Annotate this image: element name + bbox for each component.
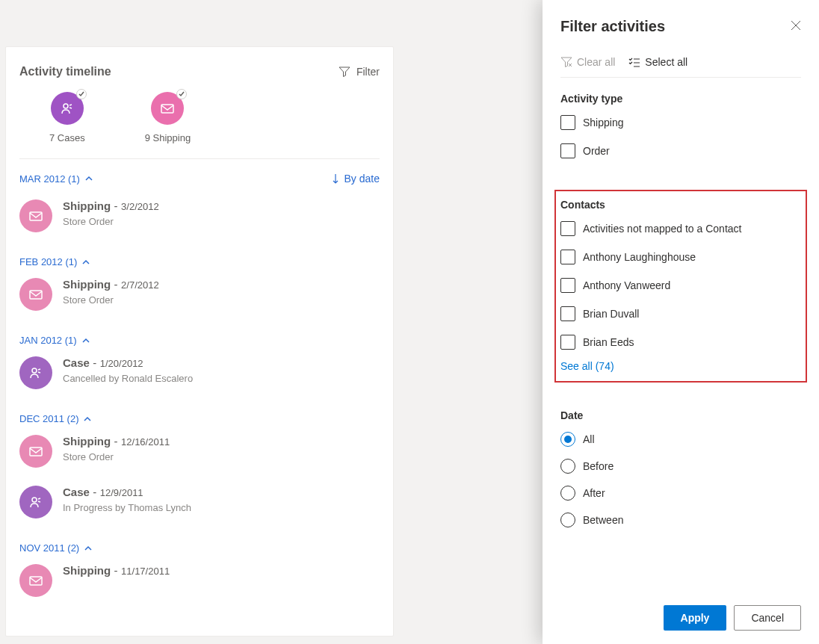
radio-icon	[560, 459, 575, 474]
summary-shipping[interactable]: 9 Shipping	[145, 92, 191, 143]
filter-button[interactable]: Filter	[339, 66, 380, 78]
item-date: 11/17/2011	[121, 566, 170, 577]
group-header[interactable]: NOV 2011 (2)	[19, 542, 380, 554]
date-header: Date	[560, 409, 801, 421]
option-label: All	[583, 433, 595, 445]
option-label: Brian Duvall	[583, 308, 639, 320]
date-option[interactable]: After	[560, 486, 801, 501]
svg-rect-1	[161, 105, 173, 113]
chevron-up-icon	[81, 258, 90, 267]
see-all-contacts[interactable]: See all (74)	[560, 360, 801, 372]
item-subtitle: Store Order	[63, 451, 170, 462]
contact-option[interactable]: Activities not mapped to a Contact	[560, 221, 801, 236]
radio-icon	[560, 513, 575, 527]
date-section: Date AllBeforeAfterBetween	[560, 409, 801, 539]
checklist-icon	[628, 56, 640, 68]
cancel-button[interactable]: Cancel	[734, 605, 801, 631]
timeline-item[interactable]: Shipping - 3/2/2012Store Order	[19, 195, 380, 246]
option-label: Anthony Vanweerd	[583, 279, 670, 291]
option-label: Activities not mapped to a Contact	[583, 223, 741, 235]
checkbox-icon	[560, 115, 575, 130]
option-label: After	[583, 487, 605, 499]
case-icon	[51, 92, 84, 125]
filter-panel: Filter activities Clear all Select all A…	[543, 0, 819, 644]
check-icon	[76, 89, 87, 99]
chevron-up-icon	[84, 174, 93, 183]
timeline-title: Activity timeline	[19, 65, 111, 78]
contact-option[interactable]: Anthony Vanweerd	[560, 278, 801, 293]
panel-footer: Apply Cancel	[560, 595, 801, 644]
timeline-item[interactable]: Shipping - 12/16/2011Store Order	[19, 430, 380, 481]
panel-title: Filter activities	[560, 18, 665, 35]
item-date: 3/2/2012	[121, 201, 159, 212]
timeline-item[interactable]: Shipping - 11/17/2011	[19, 560, 380, 610]
shipping-icon	[19, 564, 52, 597]
svg-rect-7	[30, 577, 42, 585]
option-label: Anthony Laughinghouse	[583, 251, 696, 263]
group-header[interactable]: JAN 2012 (1)	[19, 335, 380, 346]
funnel-clear-icon	[560, 56, 572, 68]
svg-point-4	[32, 368, 37, 373]
checkbox-icon	[560, 278, 575, 293]
checkbox-icon	[560, 335, 575, 350]
svg-point-0	[64, 104, 68, 108]
funnel-icon	[339, 66, 350, 78]
item-date: 2/7/2012	[121, 279, 159, 291]
item-title: Shipping	[63, 199, 111, 212]
activity-type-option[interactable]: Order	[560, 143, 801, 158]
filter-label: Filter	[356, 66, 380, 78]
sort-by-date[interactable]: By date	[331, 173, 380, 185]
summary-shipping-label: 9 Shipping	[145, 132, 191, 143]
group-header-0[interactable]: MAR 2012 (1)	[19, 173, 93, 185]
sort-row: MAR 2012 (1) By date	[19, 173, 380, 185]
contact-option[interactable]: Brian Duvall	[560, 306, 801, 321]
svg-rect-3	[30, 291, 42, 299]
timeline-item[interactable]: Case - 12/9/2011In Progress by Thomas Ly…	[19, 481, 380, 532]
date-option[interactable]: Before	[560, 459, 801, 474]
contact-option[interactable]: Brian Eeds	[560, 335, 801, 350]
activity-type-option[interactable]: Shipping	[560, 115, 801, 130]
close-icon	[791, 20, 801, 31]
timeline-item[interactable]: Case - 1/20/2012Cancelled by Ronald Esca…	[19, 352, 380, 403]
activity-timeline-card: Activity timeline Filter 7 Cases 9 Shipp…	[5, 46, 394, 637]
radio-icon	[560, 432, 575, 447]
group-header[interactable]: DEC 2011 (2)	[19, 413, 380, 424]
chevron-up-icon	[84, 544, 93, 553]
contacts-highlight: Contacts Activities not mapped to a Cont…	[554, 190, 807, 383]
close-button[interactable]	[791, 20, 801, 33]
clear-all-button[interactable]: Clear all	[560, 56, 615, 68]
shipping-icon	[19, 199, 52, 232]
summary-row: 7 Cases 9 Shipping	[19, 92, 380, 159]
arrow-down-icon	[331, 173, 340, 184]
case-icon	[19, 486, 52, 518]
radio-icon	[560, 486, 575, 501]
group-header[interactable]: FEB 2012 (1)	[19, 256, 380, 267]
chevron-up-icon	[83, 415, 92, 424]
item-title: Shipping	[63, 278, 111, 291]
timeline-item[interactable]: Shipping - 2/7/2012Store Order	[19, 273, 380, 324]
item-title: Case	[63, 486, 90, 498]
checkbox-icon	[560, 143, 575, 158]
contacts-header: Contacts	[560, 199, 801, 211]
item-subtitle: Store Order	[63, 294, 159, 306]
date-option[interactable]: Between	[560, 513, 801, 527]
item-date: 1/20/2012	[100, 358, 143, 369]
apply-button[interactable]: Apply	[664, 605, 727, 631]
summary-cases[interactable]: 7 Cases	[49, 92, 85, 143]
activity-type-section: Activity type ShippingOrder	[560, 93, 801, 172]
item-subtitle: In Progress by Thomas Lynch	[63, 502, 191, 513]
select-all-button[interactable]: Select all	[628, 56, 687, 68]
checkbox-icon	[560, 221, 575, 236]
svg-rect-2	[30, 212, 42, 220]
timeline-list: Shipping - 3/2/2012Store OrderFEB 2012 (…	[19, 195, 380, 610]
shipping-icon	[19, 278, 52, 311]
contact-option[interactable]: Anthony Laughinghouse	[560, 250, 801, 264]
timeline-header: Activity timeline Filter	[19, 65, 380, 78]
panel-toolbar: Clear all Select all	[560, 56, 801, 78]
date-option[interactable]: All	[560, 432, 801, 447]
summary-cases-label: 7 Cases	[49, 132, 85, 143]
option-label: Brian Eeds	[583, 336, 634, 348]
item-title: Shipping	[63, 564, 111, 577]
option-label: Between	[583, 514, 623, 526]
svg-point-6	[32, 498, 37, 502]
